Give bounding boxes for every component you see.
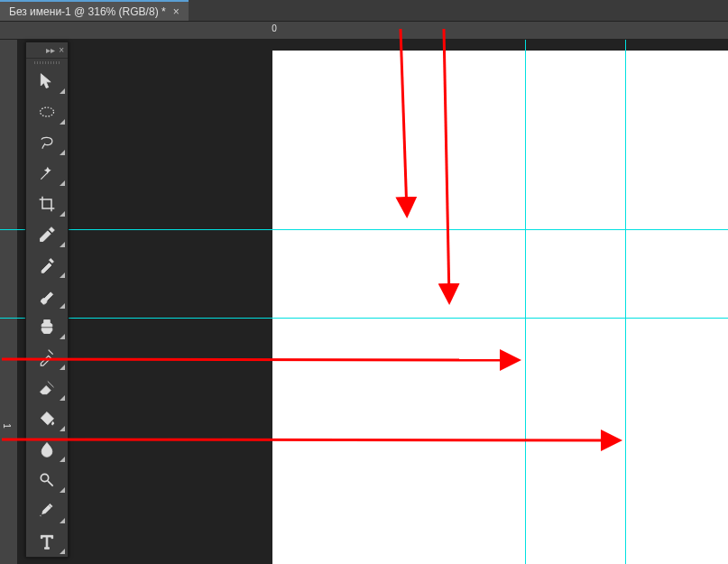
tool-panel-header: ▸▸ × (26, 42, 68, 59)
close-tab-icon[interactable]: × (173, 5, 180, 18)
tool-panel: ▸▸ × (25, 42, 69, 558)
tab-title: Без имени-1 @ 316% (RGB/8) * (9, 5, 166, 18)
document-tab[interactable]: Без имени-1 @ 316% (RGB/8) * × (0, 0, 189, 21)
crop-tool[interactable] (26, 189, 68, 219)
panel-close-icon[interactable]: × (59, 45, 64, 55)
ruler-horizontal[interactable]: 0 (0, 22, 728, 40)
ruler-h-origin: 0 (272, 23, 277, 33)
lasso-tool[interactable] (26, 127, 68, 158)
blur-tool[interactable] (26, 434, 68, 465)
healing-brush-tool[interactable] (26, 250, 68, 281)
svg-point-6 (41, 474, 48, 481)
eraser-tool[interactable] (26, 373, 68, 403)
magic-wand-tool[interactable] (26, 158, 68, 189)
dodge-tool[interactable] (26, 465, 68, 495)
document-canvas[interactable] (272, 51, 728, 564)
marquee-oval-tool[interactable] (26, 97, 68, 127)
brush-tool[interactable] (26, 281, 68, 311)
move-tool[interactable] (26, 66, 68, 97)
ruler-v-tick-1: 1 (2, 423, 12, 429)
type-tool[interactable] (26, 526, 68, 557)
guide-vertical-2[interactable] (625, 40, 626, 564)
guide-horizontal-1[interactable] (0, 229, 728, 230)
pen-tool[interactable] (26, 495, 68, 526)
paint-bucket-tool[interactable] (26, 403, 68, 434)
ruler-vertical[interactable]: 1 (0, 40, 18, 564)
guide-horizontal-2[interactable] (0, 318, 728, 319)
canvas-area (18, 40, 728, 564)
panel-collapse-icon[interactable]: ▸▸ (46, 45, 55, 55)
clone-stamp-tool[interactable] (26, 311, 68, 342)
guide-vertical-1[interactable] (525, 40, 526, 564)
tab-bar: Без имени-1 @ 316% (RGB/8) * × (0, 0, 728, 22)
panel-grip[interactable] (26, 59, 68, 66)
eyedropper-tool[interactable] (26, 219, 68, 250)
history-brush-tool[interactable] (26, 342, 68, 373)
svg-point-5 (41, 107, 54, 116)
